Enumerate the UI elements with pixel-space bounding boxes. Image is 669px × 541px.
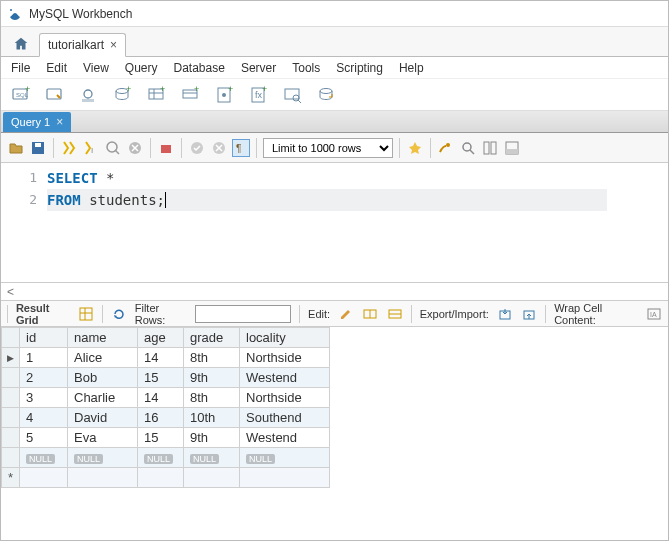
row-header-corner — [2, 328, 20, 348]
close-icon[interactable]: × — [56, 116, 63, 128]
cell[interactable]: 15 — [138, 368, 184, 388]
menu-help[interactable]: Help — [399, 61, 424, 75]
cell[interactable]: David — [68, 408, 138, 428]
find-icon[interactable] — [437, 139, 455, 157]
menu-database[interactable]: Database — [174, 61, 225, 75]
cell[interactable]: Southend — [240, 408, 330, 428]
svg-text:I: I — [91, 146, 93, 155]
save-icon[interactable] — [29, 139, 47, 157]
cell[interactable]: Charlie — [68, 388, 138, 408]
table-row[interactable]: 3 Charlie 14 8th Northside — [2, 388, 330, 408]
wrap-cell-icon[interactable]: IA — [646, 305, 662, 323]
cell[interactable]: Westend — [240, 368, 330, 388]
commit-icon[interactable] — [188, 139, 206, 157]
col-name[interactable]: name — [68, 328, 138, 348]
menu-edit[interactable]: Edit — [46, 61, 67, 75]
explain-icon[interactable] — [104, 139, 122, 157]
create-function-icon[interactable]: fx+ — [247, 83, 271, 107]
reconnect-icon[interactable] — [315, 83, 339, 107]
editor-tab-query1[interactable]: Query 1 × — [3, 112, 71, 132]
col-id[interactable]: id — [20, 328, 68, 348]
search-icon[interactable] — [459, 139, 477, 157]
svg-line-42 — [470, 150, 474, 154]
cell[interactable]: 9th — [184, 428, 240, 448]
create-procedure-icon[interactable]: + — [213, 83, 237, 107]
svg-rect-44 — [491, 142, 496, 154]
menu-scripting[interactable]: Scripting — [336, 61, 383, 75]
svg-rect-47 — [80, 308, 92, 320]
svg-text:+: + — [126, 85, 131, 94]
cell[interactable]: 5 — [20, 428, 68, 448]
cell[interactable]: Alice — [68, 348, 138, 368]
beautify-icon[interactable] — [406, 139, 424, 157]
cell[interactable]: Bob — [68, 368, 138, 388]
cell[interactable]: 2 — [20, 368, 68, 388]
refresh-icon[interactable] — [111, 305, 127, 323]
execute-current-icon[interactable]: I — [82, 139, 100, 157]
cell[interactable]: 8th — [184, 348, 240, 368]
open-sql-script-icon[interactable] — [43, 83, 67, 107]
new-sql-tab-icon[interactable]: SQL+ — [9, 83, 33, 107]
menu-file[interactable]: File — [11, 61, 30, 75]
cell[interactable]: 3 — [20, 388, 68, 408]
svg-text:+: + — [194, 85, 199, 94]
col-grade[interactable]: grade — [184, 328, 240, 348]
menu-tools[interactable]: Tools — [292, 61, 320, 75]
code-body[interactable]: SELECT * FROM students; — [47, 163, 607, 282]
cell[interactable]: Eva — [68, 428, 138, 448]
add-row-icon[interactable] — [362, 305, 378, 323]
close-icon[interactable]: × — [110, 39, 117, 51]
cell[interactable]: 16 — [138, 408, 184, 428]
col-age[interactable]: age — [138, 328, 184, 348]
create-table-icon[interactable]: + — [145, 83, 169, 107]
edit-row-icon[interactable] — [338, 305, 354, 323]
search-table-data-icon[interactable] — [281, 83, 305, 107]
home-button[interactable] — [7, 32, 35, 56]
menu-view[interactable]: View — [83, 61, 109, 75]
horizontal-scroll[interactable]: < — [1, 283, 668, 301]
snippets-icon[interactable] — [481, 139, 499, 157]
create-view-icon[interactable]: + — [179, 83, 203, 107]
export-icon[interactable] — [497, 305, 513, 323]
open-file-icon[interactable] — [7, 139, 25, 157]
cell[interactable]: 4 — [20, 408, 68, 428]
table-new-row[interactable]: * — [2, 468, 330, 488]
connection-tab[interactable]: tutorialkart × — [39, 33, 126, 57]
grid-view-icon[interactable] — [77, 305, 93, 323]
rollback-icon[interactable] — [210, 139, 228, 157]
null-badge: NULL — [74, 454, 103, 464]
cell[interactable]: 10th — [184, 408, 240, 428]
cell[interactable]: 15 — [138, 428, 184, 448]
cell[interactable]: 14 — [138, 388, 184, 408]
delete-row-icon[interactable] — [387, 305, 403, 323]
cell[interactable]: 14 — [138, 348, 184, 368]
result-grid[interactable]: id name age grade locality ▶ 1 Alice 14 … — [1, 327, 668, 488]
execute-icon[interactable] — [60, 139, 78, 157]
import-icon[interactable] — [521, 305, 537, 323]
svg-rect-46 — [506, 149, 518, 154]
panel-toggle-icon[interactable] — [503, 139, 521, 157]
cell[interactable]: 9th — [184, 368, 240, 388]
stop-icon[interactable] — [126, 139, 144, 157]
toggle-autocommit-icon[interactable] — [157, 139, 175, 157]
table-null-row[interactable]: NULL NULL NULL NULL NULL — [2, 448, 330, 468]
table-row[interactable]: 2 Bob 15 9th Westend — [2, 368, 330, 388]
col-locality[interactable]: locality — [240, 328, 330, 348]
menu-server[interactable]: Server — [241, 61, 276, 75]
svg-line-30 — [115, 150, 119, 154]
table-row[interactable]: 4 David 16 10th Southend — [2, 408, 330, 428]
sql-editor[interactable]: 1 2 SELECT * FROM students; — [1, 163, 668, 283]
cell[interactable]: Northside — [240, 388, 330, 408]
cell[interactable]: 1 — [20, 348, 68, 368]
menu-query[interactable]: Query — [125, 61, 158, 75]
create-schema-icon[interactable]: + — [111, 83, 135, 107]
toggle-whitespace-icon[interactable]: ¶ — [232, 139, 250, 157]
cell[interactable]: Westend — [240, 428, 330, 448]
cell[interactable]: Northside — [240, 348, 330, 368]
inspector-icon[interactable] — [77, 83, 101, 107]
filter-rows-input[interactable] — [195, 305, 291, 323]
cell[interactable]: 8th — [184, 388, 240, 408]
table-row[interactable]: 5 Eva 15 9th Westend — [2, 428, 330, 448]
table-row[interactable]: ▶ 1 Alice 14 8th Northside — [2, 348, 330, 368]
limit-rows-select[interactable]: Limit to 1000 rows — [263, 138, 393, 158]
